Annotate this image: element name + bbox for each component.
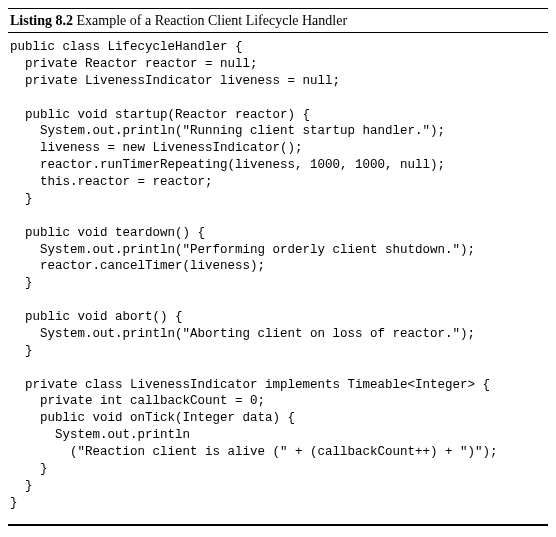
listing-caption: Example of a Reaction Client Lifecycle H… [77, 13, 348, 28]
listing-label: Listing 8.2 [10, 13, 73, 28]
code-block: public class LifecycleHandler { private … [8, 33, 548, 525]
listing-header: Listing 8.2 Example of a Reaction Client… [8, 9, 548, 33]
listing-container: Listing 8.2 Example of a Reaction Client… [8, 8, 548, 526]
